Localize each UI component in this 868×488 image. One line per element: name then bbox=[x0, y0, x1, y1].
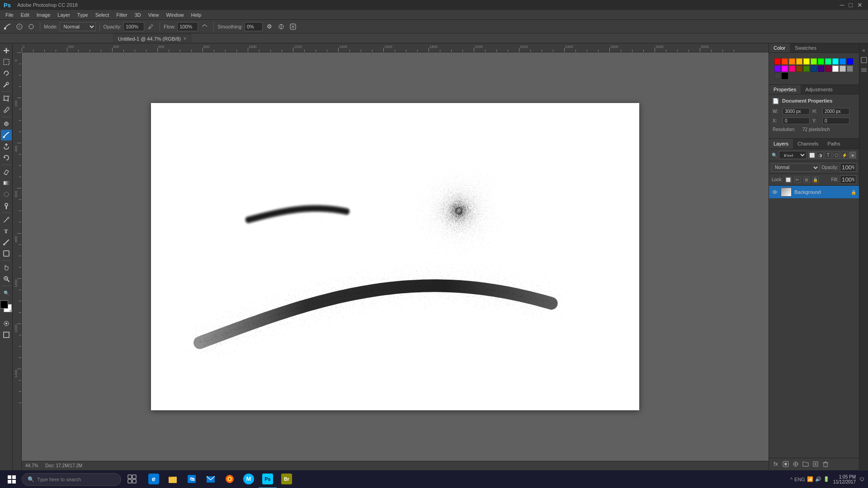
menu-3d[interactable]: 3D bbox=[131, 10, 145, 19]
swatch[interactable] bbox=[840, 66, 846, 72]
store-app[interactable]: 🛍 bbox=[183, 470, 201, 488]
swatch[interactable] bbox=[774, 73, 781, 79]
taskbar-search[interactable]: 🔍 Type here to search bbox=[22, 473, 121, 486]
opacity-value[interactable] bbox=[840, 163, 856, 172]
swatch[interactable] bbox=[832, 66, 839, 72]
swatch[interactable] bbox=[796, 58, 802, 65]
marquee-select-tool[interactable] bbox=[1, 56, 12, 67]
layers-icon[interactable] bbox=[860, 66, 868, 74]
shape-tool[interactable] bbox=[1, 248, 12, 259]
collapse-panel-btn[interactable]: « bbox=[860, 46, 868, 54]
properties-tab[interactable]: Properties bbox=[769, 85, 801, 94]
filter-text-icon[interactable]: T bbox=[825, 151, 832, 159]
properties-icon[interactable] bbox=[860, 56, 868, 64]
tray-wifi[interactable]: 📶 bbox=[807, 476, 813, 482]
crop-tool[interactable] bbox=[1, 93, 12, 104]
malwarebytes-app[interactable]: M bbox=[240, 470, 258, 488]
lasso-tool[interactable] bbox=[1, 68, 12, 79]
menu-window[interactable]: Window bbox=[162, 10, 187, 19]
blur-tool[interactable] bbox=[1, 189, 12, 200]
paths-tab[interactable]: Paths bbox=[823, 139, 845, 149]
brush-pressure-icon[interactable] bbox=[26, 22, 36, 32]
swatch[interactable] bbox=[840, 58, 846, 65]
swatch[interactable] bbox=[803, 58, 810, 65]
dodge-tool[interactable] bbox=[1, 200, 12, 211]
menu-layer[interactable]: Layer bbox=[54, 10, 74, 19]
h-input[interactable] bbox=[822, 108, 849, 115]
swatch[interactable] bbox=[847, 66, 853, 72]
layer-item-background[interactable]: Background 🔒 bbox=[769, 186, 859, 199]
move-tool[interactable] bbox=[1, 45, 12, 56]
swatch[interactable] bbox=[825, 58, 831, 65]
fg-color-box[interactable] bbox=[0, 300, 8, 309]
canvas-document[interactable] bbox=[151, 103, 639, 410]
text-tool[interactable]: T bbox=[1, 225, 12, 236]
fx-btn[interactable]: fx bbox=[772, 460, 780, 468]
swatch[interactable] bbox=[803, 66, 810, 72]
path-select-tool[interactable] bbox=[1, 237, 12, 248]
lock-pixels-icon[interactable]: ⬜ bbox=[785, 177, 792, 183]
swatch[interactable] bbox=[818, 58, 824, 65]
new-layer-btn[interactable] bbox=[811, 460, 820, 468]
menu-file[interactable]: File bbox=[2, 10, 17, 19]
smoothing-settings-icon[interactable]: ⚙ bbox=[264, 22, 274, 32]
filter-toggle[interactable]: ● bbox=[849, 151, 856, 159]
brush-preset-icon[interactable] bbox=[14, 22, 24, 32]
history-brush-tool[interactable] bbox=[1, 152, 12, 163]
pressure-opacity-icon[interactable]: 🖊 bbox=[146, 22, 156, 32]
tab-close-btn[interactable]: × bbox=[184, 36, 186, 41]
swatch[interactable] bbox=[782, 66, 788, 72]
explorer-app[interactable] bbox=[164, 470, 182, 488]
menu-image[interactable]: Image bbox=[33, 10, 54, 19]
photoshop-app[interactable]: Ps bbox=[259, 470, 277, 488]
swatch[interactable] bbox=[789, 66, 795, 72]
swatch[interactable] bbox=[782, 58, 788, 65]
swatch[interactable] bbox=[811, 58, 817, 65]
task-view-btn[interactable] bbox=[123, 470, 141, 488]
w-input[interactable] bbox=[783, 108, 810, 115]
lock-all-icon[interactable]: 🔒 bbox=[812, 177, 819, 183]
layer-visibility-eye[interactable] bbox=[772, 189, 778, 195]
start-button[interactable] bbox=[4, 471, 20, 488]
firefox-app[interactable] bbox=[221, 470, 239, 488]
channels-tab[interactable]: Channels bbox=[793, 139, 823, 149]
tray-volume[interactable]: 🔊 bbox=[815, 476, 821, 482]
swap-colors-icon[interactable]: ⇄ bbox=[9, 309, 13, 313]
layers-tab[interactable]: Layers bbox=[769, 139, 793, 149]
swatch[interactable] bbox=[811, 66, 817, 72]
close-btn[interactable]: ✕ bbox=[857, 1, 863, 9]
mail-app[interactable] bbox=[202, 470, 220, 488]
swatch[interactable] bbox=[774, 58, 781, 65]
gradient-tool[interactable] bbox=[1, 178, 12, 188]
swatch[interactable] bbox=[847, 58, 853, 65]
magic-wand-tool[interactable] bbox=[1, 79, 12, 90]
lock-position-icon[interactable]: ✏ bbox=[794, 177, 801, 183]
menu-type[interactable]: Type bbox=[74, 10, 92, 19]
layers-kind-select[interactable]: Kind bbox=[779, 151, 807, 159]
zoom-tool[interactable] bbox=[1, 273, 12, 284]
maximize-btn[interactable]: □ bbox=[849, 1, 853, 9]
filter-pixel-icon[interactable]: ⬜ bbox=[808, 151, 816, 159]
y-input[interactable] bbox=[822, 117, 849, 124]
adjustments-tab[interactable]: Adjustments bbox=[801, 85, 837, 94]
brush-tool-sidebar[interactable] bbox=[1, 130, 12, 141]
zoom-in-btn[interactable]: 🔍 bbox=[1, 287, 12, 298]
swatch[interactable] bbox=[789, 58, 795, 65]
layers-blend-mode-select[interactable]: Normal bbox=[772, 164, 820, 172]
color-tab[interactable]: Color bbox=[769, 43, 790, 52]
mask-btn[interactable] bbox=[782, 460, 790, 468]
doc-tab[interactable]: Untitled-1 @ 44.7% (RGB/8) × bbox=[113, 34, 191, 43]
quick-mask-btn[interactable] bbox=[1, 318, 12, 329]
menu-select[interactable]: Select bbox=[92, 10, 113, 19]
taskbar-clock[interactable]: 1:05 PM 11/12/2017 bbox=[833, 474, 856, 484]
eraser-tool[interactable] bbox=[1, 166, 12, 177]
menu-help[interactable]: Help bbox=[188, 10, 205, 19]
lock-artboard-icon[interactable]: ⊞ bbox=[803, 177, 810, 183]
menu-view[interactable]: View bbox=[145, 10, 163, 19]
filter-shape-icon[interactable]: ⬡ bbox=[833, 151, 840, 159]
swatch[interactable] bbox=[818, 66, 824, 72]
symmetry-icon[interactable] bbox=[276, 22, 286, 32]
group-btn[interactable] bbox=[802, 460, 810, 468]
swatch[interactable] bbox=[796, 66, 802, 72]
swatch[interactable] bbox=[782, 73, 788, 79]
